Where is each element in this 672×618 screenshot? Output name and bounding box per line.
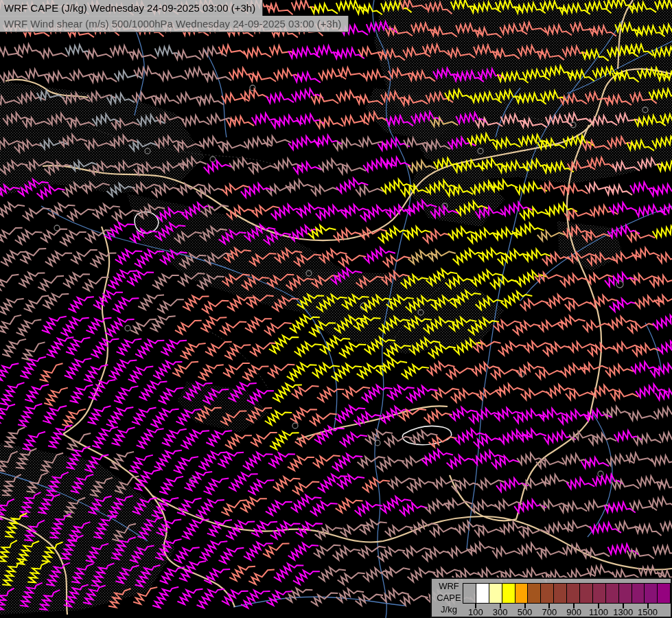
wind-barb [657, 479, 672, 494]
wind-barb [378, 48, 405, 64]
wind-barb [493, 135, 520, 154]
wind-barb [381, 175, 413, 198]
wind-barb [18, 173, 49, 201]
wind-barb [587, 249, 615, 271]
wind-barb [270, 515, 301, 544]
wind-barb [71, 468, 93, 496]
wind-barb [659, 21, 672, 38]
wind-barb [40, 220, 67, 247]
wind-barb [423, 43, 450, 58]
wind-barb [356, 93, 382, 109]
wind-barb [405, 196, 437, 220]
wind-barb [202, 381, 229, 409]
wind-barb [160, 243, 187, 268]
wind-barb [240, 86, 268, 105]
wind-barb [587, 156, 614, 172]
wind-barb [474, 520, 502, 541]
wind-barb [89, 157, 117, 179]
wind-barb [362, 379, 393, 407]
wind-barb [22, 113, 50, 132]
wind-barb [568, 69, 594, 84]
wind-barb [378, 541, 405, 566]
wind-barb [333, 540, 361, 565]
wind-barb [543, 337, 571, 360]
wind-barb [47, 330, 74, 361]
wind-barb [196, 93, 224, 110]
legend-tick-label: 1300 [613, 607, 633, 617]
wind-barb [294, 335, 322, 360]
wind-barb [174, 450, 198, 478]
wind-barb [429, 428, 457, 452]
wind-barb [107, 91, 135, 109]
wind-barb [428, 242, 456, 266]
wind-barb [180, 336, 205, 363]
wind-barb [227, 201, 255, 224]
wind-barb [59, 130, 87, 152]
wind-barb [155, 532, 181, 564]
wind-barb [566, 384, 594, 405]
legend-tick-label: 900 [566, 607, 581, 617]
wind-barb [177, 582, 202, 609]
wind-barb [582, 49, 609, 64]
wind-barb [446, 359, 474, 383]
wind-barb [383, 154, 411, 174]
wind-barb [475, 25, 502, 41]
wind-barb [316, 115, 344, 134]
wind-barb [66, 330, 91, 358]
wind-barb [603, 402, 631, 423]
wind-barb [16, 312, 42, 340]
legend-color-box [502, 583, 515, 604]
wind-barb [400, 587, 428, 610]
wind-barb [130, 538, 154, 566]
wind-barb [60, 310, 89, 340]
wind-barb-layer [0, 0, 672, 618]
wind-barb [174, 135, 202, 157]
wind-barb [356, 586, 383, 611]
wind-barb [627, 314, 656, 338]
wind-barb [657, 160, 672, 176]
wind-barb [137, 511, 163, 542]
wind-barb [128, 359, 154, 387]
wind-barb [152, 580, 178, 612]
wind-barb [558, 406, 590, 429]
wind-barb [134, 65, 161, 82]
wind-barb [70, 378, 93, 407]
wind-barb [308, 219, 336, 243]
wind-barb [264, 314, 292, 339]
wind-barb [535, 266, 563, 287]
wind-barb [649, 181, 672, 201]
legend-color-box [553, 583, 567, 604]
wind-barb [338, 247, 367, 271]
wind-barb [4, 422, 25, 450]
wind-barb [354, 309, 381, 335]
wind-barb [108, 263, 137, 293]
wind-barb [0, 179, 20, 203]
wind-barb [471, 264, 502, 290]
wind-barb [0, 291, 24, 319]
wind-barb [612, 159, 640, 176]
wind-barb [520, 203, 548, 225]
wind-barb [67, 201, 95, 225]
wind-barb [498, 336, 526, 360]
wind-barb [161, 332, 187, 360]
wind-barb [445, 87, 472, 105]
wind-barb [246, 286, 274, 312]
wind-barb [634, 431, 662, 450]
wind-barb [64, 579, 89, 610]
wind-barb [456, 197, 488, 220]
wind-barb [605, 360, 634, 381]
wind-barb [288, 133, 321, 154]
wind-barb [135, 242, 164, 272]
wind-barb [152, 179, 180, 202]
wind-barb [18, 398, 42, 431]
wind-barb [445, 183, 474, 202]
wind-barb [219, 540, 244, 568]
wind-barb [0, 267, 19, 295]
wind-barb [311, 179, 339, 200]
wind-barb [244, 45, 271, 63]
wind-barb [604, 93, 632, 110]
wind-barb [362, 471, 390, 496]
wind-barb [356, 268, 384, 293]
wind-barb [652, 45, 672, 62]
wind-barb [426, 176, 458, 198]
